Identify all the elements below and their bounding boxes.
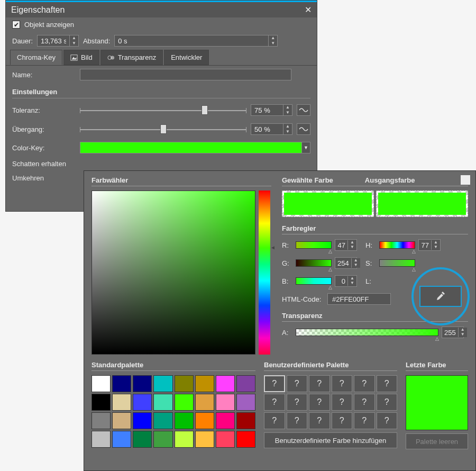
user-palette-slot[interactable]: ?: [332, 375, 353, 392]
palette-swatch[interactable]: [112, 394, 131, 411]
user-palette-slot[interactable]: ?: [354, 375, 375, 392]
user-palette-slot[interactable]: ?: [354, 394, 375, 411]
last-color-swatch[interactable]: [406, 375, 468, 430]
palette-swatch[interactable]: [175, 394, 194, 411]
palette-swatch[interactable]: [195, 431, 214, 448]
palette-swatch[interactable]: [153, 431, 172, 448]
tolerance-spinner[interactable]: ▲▼: [251, 104, 292, 116]
user-palette-slot[interactable]: ?: [332, 394, 353, 411]
palette-swatch[interactable]: [112, 431, 131, 448]
a-input[interactable]: 255▲▼: [442, 327, 464, 338]
clear-palette-button[interactable]: Palette leeren: [406, 433, 468, 449]
saturation-value-field[interactable]: [91, 191, 255, 355]
b-input[interactable]: 0▲▼: [335, 275, 357, 287]
duration-spinner[interactable]: ▲▼: [37, 35, 79, 47]
h-slider[interactable]: [379, 241, 415, 249]
close-button[interactable]: [461, 175, 470, 185]
palette-swatch[interactable]: [236, 412, 255, 429]
palette-swatch[interactable]: [91, 431, 111, 448]
palette-swatch[interactable]: [236, 375, 255, 392]
palette-swatch[interactable]: [216, 431, 235, 448]
palette-swatch[interactable]: [133, 412, 152, 429]
palette-swatch[interactable]: [153, 412, 172, 429]
user-palette-slot[interactable]: ?: [354, 412, 375, 429]
user-palette-slot[interactable]: ?: [287, 394, 308, 411]
original-color-swatch[interactable]: [376, 191, 468, 217]
show-object-checkbox[interactable]: ✔: [12, 21, 20, 29]
palette-swatch[interactable]: [175, 412, 194, 429]
user-palette-slot[interactable]: ?: [332, 412, 353, 429]
palette-swatch[interactable]: [216, 375, 235, 392]
r-input[interactable]: 47▲▼: [335, 239, 357, 251]
palette-swatch[interactable]: [195, 375, 214, 392]
user-palette-slot[interactable]: ?: [309, 394, 330, 411]
palette-swatch[interactable]: [133, 394, 152, 411]
palette-swatch[interactable]: [91, 412, 111, 429]
duration-input[interactable]: [38, 37, 69, 45]
palette-swatch[interactable]: [236, 431, 255, 448]
tolerance-curve-button[interactable]: [297, 104, 310, 116]
palette-swatch[interactable]: [175, 431, 194, 448]
user-palette-slot[interactable]: ?: [264, 394, 285, 411]
user-palette-slot[interactable]: ?: [377, 394, 398, 411]
tolerance-slider[interactable]: [80, 104, 246, 116]
eyedropper-button[interactable]: [419, 286, 462, 307]
add-user-color-button[interactable]: Benutzerdefinierte Farbe hinzufügen: [264, 432, 397, 448]
tab-chroma-key[interactable]: Chroma-Key: [10, 50, 62, 65]
spin-up-icon[interactable]: ▲: [283, 124, 292, 129]
user-palette-slot[interactable]: ?: [264, 412, 285, 429]
palette-swatch[interactable]: [175, 375, 194, 392]
h-input[interactable]: 77▲▼: [418, 239, 441, 251]
close-icon[interactable]: ✕: [305, 5, 312, 15]
palette-swatch[interactable]: [195, 412, 214, 429]
spin-up-icon[interactable]: ▲: [269, 35, 277, 41]
transition-spinner[interactable]: ▲▼: [251, 123, 292, 135]
r-slider[interactable]: [296, 241, 332, 249]
palette-swatch[interactable]: [195, 394, 214, 411]
hue-slider[interactable]: [259, 191, 270, 355]
palette-swatch[interactable]: [133, 375, 152, 392]
slider-thumb[interactable]: [202, 105, 208, 115]
user-palette-slot[interactable]: ?: [287, 375, 308, 392]
transition-input[interactable]: [251, 125, 283, 133]
spin-up-icon[interactable]: ▲: [283, 105, 292, 110]
tab-image[interactable]: Bild: [63, 50, 99, 65]
alpha-slider[interactable]: [296, 329, 438, 336]
name-input[interactable]: [80, 69, 291, 80]
spin-down-icon[interactable]: ▼: [283, 110, 292, 115]
transition-curve-button[interactable]: [297, 123, 310, 135]
s-slider[interactable]: [379, 259, 415, 267]
user-palette-slot[interactable]: ?: [309, 412, 330, 429]
palette-swatch[interactable]: [153, 375, 172, 392]
palette-swatch[interactable]: [216, 394, 235, 411]
user-palette-slot[interactable]: ?: [309, 375, 330, 392]
spin-up-icon[interactable]: ▲: [70, 35, 78, 41]
palette-swatch[interactable]: [236, 394, 255, 411]
distance-input[interactable]: [115, 37, 268, 45]
slider-thumb[interactable]: [160, 124, 167, 134]
spin-down-icon[interactable]: ▼: [269, 41, 277, 46]
g-input[interactable]: 254▲▼: [335, 257, 357, 269]
palette-swatch[interactable]: [133, 431, 152, 448]
b-slider[interactable]: [296, 277, 332, 285]
tab-transparency[interactable]: Transparenz: [100, 50, 163, 65]
transition-slider[interactable]: [80, 123, 246, 135]
palette-swatch[interactable]: [112, 412, 131, 429]
selected-color-swatch[interactable]: [282, 191, 374, 217]
colorkey-swatch[interactable]: ▼: [80, 142, 310, 153]
html-input[interactable]: #2FFE00FF: [327, 293, 391, 305]
palette-swatch[interactable]: [91, 394, 111, 411]
palette-swatch[interactable]: [91, 375, 111, 392]
distance-spinner[interactable]: ▲▼: [114, 35, 278, 47]
palette-swatch[interactable]: [153, 394, 172, 411]
user-palette-slot[interactable]: ?: [377, 375, 398, 392]
user-palette-slot[interactable]: ?: [287, 412, 308, 429]
spin-down-icon[interactable]: ▼: [70, 41, 78, 46]
g-slider[interactable]: [296, 259, 332, 267]
palette-swatch[interactable]: [112, 375, 131, 392]
chevron-down-icon[interactable]: ▼: [301, 142, 310, 153]
user-palette-slot[interactable]: ?: [377, 412, 398, 429]
spin-down-icon[interactable]: ▼: [283, 129, 292, 134]
tab-developer[interactable]: Entwickler: [164, 50, 209, 65]
user-palette-slot[interactable]: ?: [264, 375, 285, 392]
